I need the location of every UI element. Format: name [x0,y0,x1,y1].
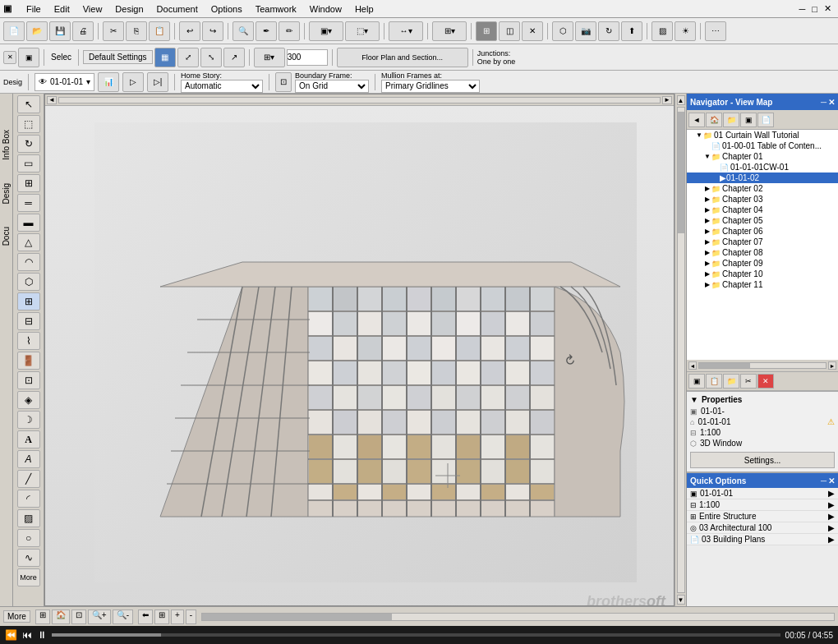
tool-curtain[interactable]: ⊞ [17,292,40,310]
arrow-btn[interactable]: ↗ [223,48,245,67]
quick-row3[interactable]: ⊞ Entire Structure ▶ [687,511,838,522]
tree-chapter02[interactable]: ▶ 📁 Chapter 02 [687,183,838,194]
quick-row5[interactable]: 📄 03 Building Plans ▶ [687,534,838,545]
tool-select[interactable]: ⬚ [17,115,40,133]
status-btn4[interactable]: 🔍+ [88,610,111,624]
eyedropper-btn[interactable]: ✒ [256,21,277,41]
document-menu[interactable]: Document [150,2,205,16]
info-tab[interactable]: Info Box Desig Docu [0,94,13,606]
nav-view-btn[interactable]: ▣ [740,113,757,127]
camera-btn[interactable]: 📷 [575,21,596,41]
tool-label[interactable]: A [17,450,40,468]
status-btn3[interactable]: ⊡ [71,610,86,624]
move-btn[interactable]: ↔▾ [389,21,423,41]
select-area-btn[interactable]: ▣▾ [309,21,343,41]
tool-stair[interactable]: ⊟ [17,312,40,330]
tree-chapter01[interactable]: ▼ 📁 Chapter 01 [687,151,838,162]
story-selector[interactable]: 👁 01-01-01 ▾ [35,73,94,91]
scroll-up-btn[interactable]: ▲ [677,95,685,105]
canvas-area[interactable]: ◄ ► [44,94,675,606]
render-btn[interactable]: ▨ [652,21,673,41]
tree-chapter06[interactable]: ▶ 📁 Chapter 06 [687,226,838,237]
ch09-expand[interactable]: ▶ [703,260,711,268]
settings-button[interactable]: Settings... [690,452,835,468]
story-dropdown-arrow[interactable]: ▾ [86,77,90,86]
tool-beam[interactable]: ═ [17,194,40,212]
design-tab[interactable]: Desig [3,78,22,86]
tree-cw01[interactable]: 📄 01-01-01CW-01 [687,162,838,172]
tree-chapter10[interactable]: ▶ 📁 Chapter 10 [687,269,838,279]
status-nav1[interactable]: ⬅ [138,610,153,624]
nav-back-btn[interactable]: ◄ [688,113,705,127]
design-label[interactable]: Desig [0,180,12,208]
tree-root[interactable]: ▼ 📁 01 Curtain Wall Tutorial [687,130,838,140]
nav-folder-btn[interactable]: 📁 [723,113,739,127]
marquee-btn[interactable]: ⬚▾ [345,21,380,41]
nav-action5[interactable]: ✕ [757,374,774,389]
ch04-expand[interactable]: ▶ [703,206,711,214]
save-btn[interactable]: 💾 [49,21,71,41]
status-btn5[interactable]: 🔍- [113,610,133,624]
quick-row1[interactable]: ▣ 01-01-01 ▶ [687,488,838,499]
redo-btn[interactable]: ↪ [202,21,223,41]
paste-btn[interactable]: 📋 [149,21,170,41]
tool-more[interactable]: More [17,568,40,586]
nav-layout-btn[interactable]: 📄 [757,113,774,127]
tree-hscroll[interactable]: ◄ ► [687,360,838,371]
status-nav4[interactable]: - [186,610,196,624]
tool-text[interactable]: A [17,430,40,448]
cut-btn[interactable]: ✂ [103,21,124,41]
tool-morph[interactable]: ⬡ [17,273,40,291]
quick-row4[interactable]: ◎ 03 Architectural 100 ▶ [687,522,838,534]
dropper2-btn[interactable]: ✏ [279,21,300,41]
nav-action3[interactable]: 📁 [723,374,739,389]
tool-window[interactable]: ⊡ [17,371,40,389]
tool-rotate[interactable]: ↻ [17,135,40,153]
h-scroll-top[interactable]: ◄ ► [45,94,674,106]
play-pause-btn[interactable]: ⏸ [37,629,47,641]
ch05-expand[interactable]: ▶ [703,217,711,225]
tool-arc[interactable]: ◜ [17,490,40,508]
edit-menu[interactable]: Edit [48,2,76,16]
minimize-btn[interactable]: ─ [796,4,809,14]
curtain2-btn[interactable]: ◫ [499,21,520,41]
tree-chapter03[interactable]: ▶ 📁 Chapter 03 [687,194,838,205]
tool-arrow[interactable]: ↖ [17,95,40,113]
window-menu[interactable]: Window [303,2,348,16]
view-menu[interactable]: View [76,2,109,16]
v-scroll[interactable]: ▲ ▼ [675,94,686,606]
tool-fill[interactable]: ▨ [17,509,40,527]
scroll-down-btn[interactable]: ▼ [677,595,685,605]
tree-chapter05[interactable]: ▶ 📁 Chapter 05 [687,215,838,226]
scroll-right-btn[interactable]: ► [662,96,672,104]
tree-toc[interactable]: 📄 01-00-01 Table of Conten... [687,140,838,151]
grid-view-btn[interactable]: ▦ [154,48,176,67]
triangle2-btn[interactable]: ▷| [147,72,168,92]
nav-action2[interactable]: 📋 [706,374,722,389]
tool-walls[interactable]: ▭ [17,154,40,172]
playback-progress[interactable] [52,633,780,637]
qo-minimize-btn[interactable]: ─ [821,476,826,485]
tree-selected[interactable]: ▶ 01-01-02 [687,172,838,183]
options-menu[interactable]: Options [205,2,249,16]
mullion-select[interactable]: Primary Gridlines [381,80,480,93]
move-tool-btn[interactable]: ⤢ [177,48,199,67]
frame-btn[interactable]: ⊡ [275,72,292,92]
maximize-btn[interactable]: □ [808,4,821,14]
tool-roof[interactable]: △ [17,233,40,251]
tree-area[interactable]: ▼ 📁 01 Curtain Wall Tutorial 📄 01-00-01 … [687,130,838,360]
ch03-expand[interactable]: ▶ [703,196,711,204]
tree-chapter11[interactable]: ▶ 📁 Chapter 11 [687,279,838,290]
status-nav3[interactable]: + [171,610,184,624]
dimension-input[interactable]: 300 [287,49,328,66]
tree-chapter07[interactable]: ▶ 📁 Chapter 07 [687,237,838,247]
status-nav2[interactable]: ⊞ [154,610,169,624]
collapse-arrow[interactable]: ▼ [690,395,698,404]
3d-btn[interactable]: ⬡ [552,21,573,41]
tree-scroll-right[interactable]: ► [828,361,836,370]
open-btn[interactable]: 📂 [26,21,48,41]
tool-column[interactable]: ⊞ [17,174,40,192]
tool-railing[interactable]: ⌇ [17,332,40,350]
new-btn[interactable]: 📄 [3,21,25,41]
undo-btn[interactable]: ↩ [179,21,200,41]
